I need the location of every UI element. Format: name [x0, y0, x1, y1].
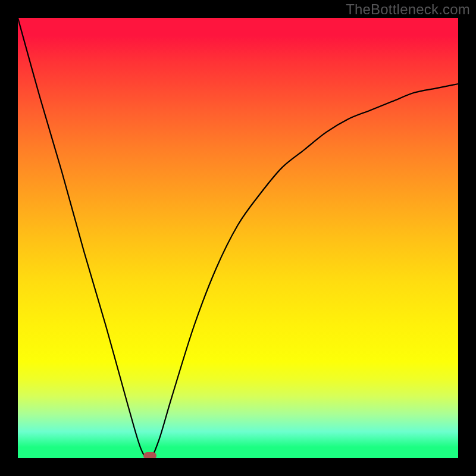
minimum-marker [143, 452, 156, 458]
plot-area [18, 18, 458, 458]
watermark-text: TheBottleneck.com [346, 1, 470, 18]
chart-frame: TheBottleneck.com [0, 0, 476, 476]
bottleneck-curve [18, 18, 458, 458]
plot-svg [18, 18, 458, 458]
